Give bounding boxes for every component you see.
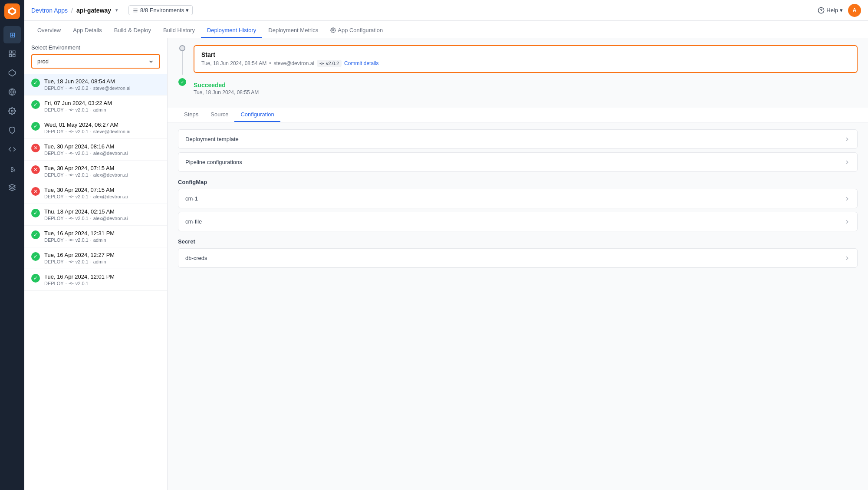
cm-file-label: cm-file: [185, 218, 202, 225]
configmap-section-title: ConfigMap: [178, 179, 858, 185]
svg-point-32: [70, 196, 72, 197]
sidebar-icon-code[interactable]: [3, 141, 21, 158]
timeline-succeeded-content: Succeeded Tue, 18 Jun 2024, 08:55 AM: [194, 78, 858, 97]
help-button[interactable]: Help ▾: [818, 7, 843, 14]
deploy-item[interactable]: ✓ Tue, 16 Apr 2024, 12:27 PM DEPLOY · v2…: [24, 247, 167, 269]
env-badge[interactable]: 8/8 Environments ▾: [128, 5, 193, 15]
deploy-type: DEPLOY: [44, 172, 64, 178]
deploy-item[interactable]: ✕ Tue, 30 Apr 2024, 07:15 AM DEPLOY · v2…: [24, 161, 167, 182]
deploy-version: v2.0.1: [76, 216, 89, 221]
config-row-cm1[interactable]: cm-1: [178, 189, 858, 208]
commit-icon: [69, 129, 74, 134]
deploy-item[interactable]: ✓ Tue, 16 Apr 2024, 12:01 PM DEPLOY · v2…: [24, 269, 167, 291]
svg-point-29: [70, 174, 72, 176]
deploy-meta: DEPLOY · v2.0.1 · alex@devtron.ai: [44, 172, 160, 178]
app-logo[interactable]: [4, 3, 20, 19]
deploy-user: steve@devtron.ai: [93, 86, 131, 91]
tab-build-deploy[interactable]: Build & Deploy: [108, 23, 157, 38]
chevron-right-icon: [844, 219, 850, 225]
config-row-pipeline-configurations[interactable]: Pipeline configurations: [178, 152, 858, 172]
sidebar-icon-shield[interactable]: [3, 122, 21, 139]
deploy-info: Fri, 07 Jun 2024, 03:22 AM DEPLOY · v2.0…: [44, 100, 160, 112]
deploy-meta: DEPLOY · v2.0.1 · alex@devtron.ai: [44, 194, 160, 199]
sidebar-icon-environments[interactable]: [3, 64, 21, 82]
timeline-start-content: Start Tue, 18 Jun 2024, 08:54 AM • steve…: [194, 45, 858, 75]
svg-rect-2: [9, 51, 11, 53]
timeline-dot-col: ✓: [178, 78, 187, 97]
deploy-status-success-icon: ✓: [31, 274, 40, 283]
deploy-user: steve@devtron.ai: [93, 129, 131, 134]
breadcrumb-app[interactable]: Devtron Apps: [31, 7, 68, 14]
svg-rect-4: [9, 55, 11, 57]
main-content: Devtron Apps / api-gateway ▾ 8/8 Environ…: [24, 0, 868, 490]
deploy-info: Tue, 16 Apr 2024, 12:27 PM DEPLOY · v2.0…: [44, 252, 160, 264]
tab-deployment-metrics[interactable]: Deployment Metrics: [262, 23, 324, 38]
sub-tab-configuration[interactable]: Configuration: [234, 108, 280, 122]
deploy-meta: DEPLOY · v2.0.1 · admin: [44, 107, 160, 112]
deploy-meta: DEPLOY · v2.0.1: [44, 281, 160, 286]
user-avatar[interactable]: A: [848, 4, 861, 17]
sidebar-icon-stack[interactable]: [3, 179, 21, 196]
deploy-item[interactable]: ✓ Fri, 07 Jun 2024, 03:22 AM DEPLOY · v2…: [24, 95, 167, 117]
deploy-meta: DEPLOY · v2.0.1 · alex@devtron.ai: [44, 151, 160, 156]
timeline-area: Start Tue, 18 Jun 2024, 08:54 AM • steve…: [168, 38, 868, 108]
left-panel: Select Environment prod ✓ Tue, 18 Jun 20…: [24, 38, 168, 490]
sidebar-icon-config[interactable]: [3, 102, 21, 120]
svg-marker-6: [9, 70, 16, 76]
tab-app-details[interactable]: App Details: [67, 23, 108, 38]
deploy-list: ✓ Tue, 18 Jun 2024, 08:54 AM DEPLOY · v2…: [24, 74, 167, 490]
svg-rect-5: [13, 55, 15, 57]
chevron-right-icon: [844, 136, 850, 142]
deploy-status-success-icon: ✓: [31, 79, 40, 87]
sub-tab-steps[interactable]: Steps: [178, 108, 204, 122]
config-row-deployment-template[interactable]: Deployment template: [178, 129, 858, 149]
tab-deployment-history[interactable]: Deployment History: [201, 23, 262, 38]
deploy-user: alex@devtron.ai: [93, 172, 128, 178]
svg-point-9: [11, 110, 13, 112]
sidebar-icon-charts[interactable]: [3, 45, 21, 62]
config-row-db-creds[interactable]: db-creds: [178, 248, 858, 268]
sidebar-icon-apps[interactable]: ⊞: [3, 26, 21, 43]
timeline-succeeded-item: ✓ Succeeded Tue, 18 Jun 2024, 08:55 AM: [178, 78, 858, 97]
svg-point-47: [321, 62, 323, 64]
sidebar-icon-settings[interactable]: [3, 160, 21, 177]
deploy-type: DEPLOY: [44, 281, 64, 286]
deploy-item[interactable]: ✓ Thu, 18 Apr 2024, 02:15 AM DEPLOY · v2…: [24, 204, 167, 226]
env-filter-icon: [132, 7, 138, 13]
config-row-cm-file[interactable]: cm-file: [178, 212, 858, 231]
sub-tab-source[interactable]: Source: [204, 108, 234, 122]
deploy-status-success-icon: ✓: [31, 209, 40, 217]
start-datetime: Tue, 18 Jun 2024, 08:54 AM: [201, 60, 266, 66]
start-version: v2.0.2: [326, 61, 339, 66]
deploy-info: Tue, 18 Jun 2024, 08:54 AM DEPLOY · v2.0…: [44, 78, 160, 91]
deploy-item[interactable]: ✓ Wed, 01 May 2024, 06:27 AM DEPLOY · v2…: [24, 117, 167, 139]
deploy-status-success-icon: ✓: [31, 252, 40, 261]
tab-build-history[interactable]: Build History: [157, 23, 201, 38]
deploy-type: DEPLOY: [44, 216, 64, 221]
deploy-version: v2.0.1: [76, 107, 89, 112]
deploy-item[interactable]: ✕ Tue, 30 Apr 2024, 07:15 AM DEPLOY · v2…: [24, 182, 167, 204]
env-select[interactable]: prod: [31, 54, 160, 69]
tab-app-configuration[interactable]: App Configuration: [324, 23, 389, 38]
nav-tabs: Overview App Details Build & Deploy Buil…: [24, 21, 868, 38]
deploy-user: admin: [93, 237, 106, 243]
deploy-item[interactable]: ✓ Tue, 18 Jun 2024, 08:54 AM DEPLOY · v2…: [24, 74, 167, 95]
secret-section-title: Secret: [178, 238, 858, 245]
deploy-item[interactable]: ✓ Tue, 16 Apr 2024, 12:31 PM DEPLOY · v2…: [24, 226, 167, 247]
sidebar-icon-security[interactable]: [3, 83, 21, 101]
svg-rect-3: [13, 51, 15, 53]
env-dropdown-icon: ▾: [186, 7, 189, 13]
breadcrumb-current-app: api-gateway: [76, 7, 111, 14]
db-creds-label: db-creds: [185, 255, 207, 261]
commit-details-link[interactable]: Commit details: [344, 60, 378, 66]
deploy-item[interactable]: ✕ Tue, 30 Apr 2024, 08:16 AM DEPLOY · v2…: [24, 139, 167, 161]
deploy-meta: DEPLOY · v2.0.1 · admin: [44, 237, 160, 243]
deploy-version: v2.0.1: [76, 151, 89, 156]
commit-icon: [69, 86, 74, 91]
timeline-success-dot: ✓: [178, 78, 186, 86]
deploy-info: Thu, 18 Apr 2024, 02:15 AM DEPLOY · v2.0…: [44, 208, 160, 221]
tab-overview[interactable]: Overview: [31, 23, 67, 38]
commit-icon: [69, 259, 74, 264]
app-dropdown-icon[interactable]: ▾: [115, 7, 118, 13]
pipeline-configurations-label: Pipeline configurations: [185, 159, 242, 165]
